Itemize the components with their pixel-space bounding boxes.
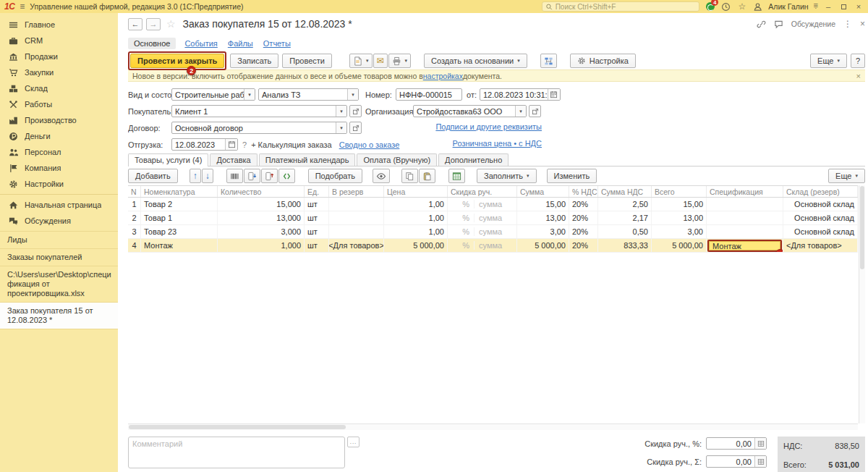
- cell-warehouse[interactable]: <Для товаров>: [783, 239, 858, 252]
- state-select[interactable]: Анализ ТЗ▾: [258, 88, 359, 101]
- sidebar-item-purchases[interactable]: Закупки: [0, 64, 118, 80]
- shipment-date-input[interactable]: 12.08.2023: [171, 138, 238, 151]
- table-icon[interactable]: [754, 456, 766, 467]
- cell-total[interactable]: 15,00: [652, 198, 707, 211]
- comment-input[interactable]: Комментарий: [128, 437, 345, 468]
- cell-spec[interactable]: [707, 198, 783, 211]
- sidebar-item-settings[interactable]: Настройки: [0, 176, 118, 192]
- copy-button[interactable]: [401, 169, 418, 183]
- window-tab-1[interactable]: Заказы покупателей: [0, 248, 118, 266]
- cell-vat_sum[interactable]: 0,50: [598, 225, 652, 238]
- cell-spec[interactable]: [707, 211, 783, 224]
- minimize-button[interactable]: –: [823, 1, 833, 12]
- order-calculation-toggle[interactable]: + Калькуляция заказа: [251, 140, 332, 149]
- cell-disc[interactable]: %сумма: [448, 198, 517, 211]
- paste-button[interactable]: [419, 169, 435, 183]
- cell-discount-sum[interactable]: сумма: [474, 227, 516, 236]
- move-up-button[interactable]: ↑: [190, 169, 201, 183]
- cell-discount-sum[interactable]: сумма: [474, 200, 516, 208]
- more-menu-icon[interactable]: ⋮: [843, 19, 852, 29]
- table-row-2[interactable]: 2Товар 113,000шт1,00%сумма13,0020%2,1713…: [128, 211, 858, 225]
- cell-vat_sum[interactable]: 2,17: [598, 211, 652, 224]
- cell-price[interactable]: 1,00: [384, 211, 448, 224]
- sidebar-item-home[interactable]: Начальная страница: [0, 197, 118, 213]
- fill-button[interactable]: Заполнить▾: [477, 169, 537, 183]
- doc-tab-0[interactable]: Товары, услуги (4): [128, 153, 208, 166]
- cell-price[interactable]: 1,00: [384, 198, 448, 211]
- calendar-icon[interactable]: [548, 89, 560, 100]
- cell-sum[interactable]: 3,00: [517, 225, 569, 238]
- send-email-button[interactable]: ✉: [373, 54, 388, 68]
- tab-main[interactable]: Основное: [128, 38, 176, 49]
- shipment-hint[interactable]: ?: [242, 140, 247, 149]
- create-based-on-button[interactable]: Создать на основании▾: [424, 54, 527, 68]
- doc-tab-2[interactable]: Платежный календарь: [259, 153, 356, 166]
- cell-reserve[interactable]: [329, 225, 384, 238]
- cell-vat_pct[interactable]: 20%: [569, 211, 598, 224]
- cell-vat_pct[interactable]: 20%: [569, 225, 598, 238]
- cell-discount-sum[interactable]: сумма: [474, 241, 516, 250]
- cell-name[interactable]: Товар 1: [141, 211, 218, 224]
- history-icon[interactable]: [720, 1, 731, 12]
- close-document-icon[interactable]: ×: [860, 19, 865, 29]
- cell-vat_pct[interactable]: 20%: [569, 198, 598, 211]
- discount-sum-input[interactable]: 0,00: [706, 455, 767, 468]
- tab-1[interactable]: События: [183, 38, 218, 49]
- window-tab-0[interactable]: Лиды: [0, 231, 118, 248]
- load-from-terminal-button[interactable]: [244, 169, 260, 183]
- cell-name[interactable]: Товар 23: [141, 225, 218, 238]
- sidebar-item-crm[interactable]: CRM: [0, 33, 118, 49]
- cell-unit[interactable]: шт: [305, 198, 329, 211]
- kind-select[interactable]: Строительные работы▾: [171, 88, 255, 101]
- global-search[interactable]: [542, 1, 699, 12]
- close-window-button[interactable]: ×: [854, 1, 864, 12]
- notification-center-icon[interactable]: 4: [705, 1, 715, 12]
- help-button[interactable]: ?: [851, 54, 865, 68]
- print-button[interactable]: ▾: [388, 54, 412, 68]
- cell-unit[interactable]: шт: [305, 225, 329, 238]
- number-input[interactable]: НФНФ-000015: [396, 88, 462, 101]
- cell-warehouse[interactable]: Основной склад: [783, 211, 858, 224]
- notice-settings-link[interactable]: настройках: [423, 72, 463, 80]
- collapse-rows-button[interactable]: [278, 169, 295, 183]
- add-row-button[interactable]: Добавить: [128, 169, 178, 183]
- cell-total[interactable]: 5 000,00: [652, 239, 707, 252]
- contract-open-icon[interactable]: [349, 122, 362, 134]
- sidebar-item-staff[interactable]: Персонал: [0, 144, 118, 160]
- cell-reserve[interactable]: [329, 211, 384, 224]
- sidebar-item-works[interactable]: Работы: [0, 96, 118, 112]
- discussion-icon[interactable]: [774, 20, 783, 29]
- cell-total[interactable]: 13,00: [652, 211, 707, 224]
- horizontal-scrollbar-thumb[interactable]: [129, 425, 346, 429]
- link-icon[interactable]: [757, 20, 766, 29]
- calendar-icon[interactable]: [225, 139, 237, 150]
- cell-n[interactable]: 2: [128, 211, 141, 224]
- cell-warehouse[interactable]: Основной склад: [783, 198, 858, 211]
- window-tab-3[interactable]: Заказ покупателя 15 от 12.08.2023 *: [0, 302, 118, 329]
- cell-total[interactable]: 3,00: [652, 225, 707, 238]
- report-button[interactable]: ▾: [349, 54, 373, 68]
- customer-select[interactable]: Клиент 1▾: [171, 105, 347, 117]
- search-input[interactable]: [556, 3, 697, 11]
- org-select[interactable]: Стройдоставка63 ООО▾: [413, 105, 527, 117]
- cell-sum[interactable]: 15,00: [517, 198, 569, 211]
- cell-sum[interactable]: 13,00: [517, 211, 569, 224]
- signatures-link[interactable]: Подписи и другие реквизиты: [435, 122, 542, 131]
- customer-open-icon[interactable]: [349, 105, 362, 117]
- user-icon[interactable]: [752, 1, 763, 12]
- view-button[interactable]: [373, 169, 390, 183]
- cell-spec[interactable]: Монтаж1: [707, 239, 783, 252]
- sidebar-item-money[interactable]: Деньги: [0, 128, 118, 144]
- sidebar-item-chat[interactable]: Обсуждения: [0, 213, 118, 229]
- cell-qty[interactable]: 3,000: [218, 225, 305, 238]
- user-name[interactable]: Алик Галин: [768, 2, 808, 11]
- post-button[interactable]: Провести: [282, 54, 332, 68]
- notice-close-icon[interactable]: ×: [856, 72, 861, 80]
- sidebar-item-warehouse[interactable]: Склад: [0, 80, 118, 96]
- cell-discount-pct[interactable]: %: [448, 200, 474, 208]
- cell-reserve[interactable]: [329, 198, 384, 211]
- cell-sum[interactable]: 5 000,00: [517, 239, 569, 252]
- scan-barcode-button[interactable]: [226, 169, 243, 183]
- cell-unit[interactable]: шт: [305, 239, 329, 252]
- pick-items-button[interactable]: Подобрать: [308, 169, 362, 183]
